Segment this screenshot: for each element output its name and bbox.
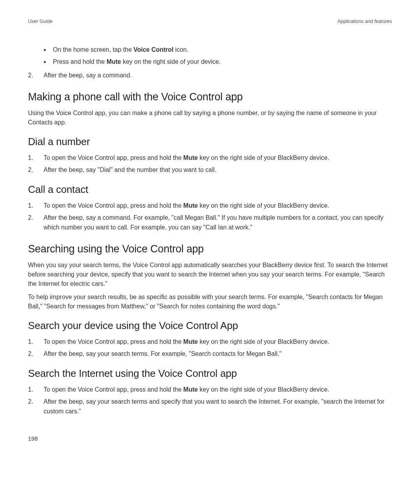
- list-item: 2. After the beep, say a command.: [28, 71, 392, 80]
- numbered-list: 1. To open the Voice Control app, press …: [28, 385, 392, 416]
- heading-call-a-contact: Call a contact: [28, 184, 392, 196]
- step-number: 2.: [28, 397, 44, 416]
- text-run: icon.: [173, 46, 188, 53]
- step-number: 1.: [28, 385, 44, 395]
- step-number: 1.: [28, 153, 44, 163]
- list-item: 2. After the beep, say your search terms…: [28, 397, 392, 416]
- numbered-list: 1. To open the Voice Control app, press …: [28, 153, 392, 175]
- heading-searching-using-voice-control: Searching using the Voice Control app: [28, 243, 392, 255]
- step-text: After the beep, say "Dial" and the numbe…: [44, 165, 392, 175]
- heading-search-the-internet: Search the Internet using the Voice Cont…: [28, 368, 392, 380]
- heading-search-your-device: Search your device using the Voice Contr…: [28, 320, 392, 332]
- text-run: To open the Voice Control app, press and…: [44, 202, 183, 209]
- step-text: After the beep, say your search terms. F…: [44, 349, 392, 359]
- bold-text: Mute: [183, 338, 198, 345]
- step-number: 2.: [28, 213, 44, 233]
- text-run: Press and hold the: [53, 58, 107, 65]
- step-number: 1.: [28, 201, 44, 211]
- step-number: 2.: [28, 349, 44, 359]
- text-run: key on the right side of your device.: [121, 58, 220, 65]
- list-item: 1. To open the Voice Control app, press …: [28, 337, 392, 347]
- list-item: 1. To open the Voice Control app, press …: [28, 153, 392, 163]
- text-run: key on the right side of your BlackBerry…: [198, 154, 329, 161]
- page-number: 198: [28, 435, 38, 442]
- paragraph: When you say your search terms, the Voic…: [28, 261, 392, 289]
- step-text: To open the Voice Control app, press and…: [44, 337, 392, 347]
- numbered-list: 1. To open the Voice Control app, press …: [28, 201, 392, 232]
- step-number: 2.: [28, 165, 44, 175]
- text-run: On the home screen, tap the: [53, 46, 133, 53]
- text-run: key on the right side of your BlackBerry…: [198, 338, 329, 345]
- bold-text: Mute: [107, 58, 121, 65]
- list-item: On the home screen, tap the Voice Contro…: [53, 45, 392, 55]
- list-item: 1. To open the Voice Control app, press …: [28, 201, 392, 211]
- list-item: 2. After the beep, say a command. For ex…: [28, 213, 392, 233]
- step-text: To open the Voice Control app, press and…: [44, 153, 392, 163]
- header-left: User Guide: [28, 19, 52, 24]
- step-text: To open the Voice Control app, press and…: [44, 201, 392, 211]
- step-text: After the beep, say a command. For examp…: [44, 213, 392, 233]
- step-number: 1.: [28, 337, 44, 347]
- numbered-list: 1. To open the Voice Control app, press …: [28, 337, 392, 359]
- heading-making-a-phone-call: Making a phone call with the Voice Contr…: [28, 91, 392, 103]
- page-header: User Guide Applications and features: [28, 19, 392, 24]
- paragraph: To help improve your search results, be …: [28, 292, 392, 311]
- top-bullet-list: On the home screen, tap the Voice Contro…: [53, 45, 392, 67]
- page-content: On the home screen, tap the Voice Contro…: [28, 45, 392, 416]
- numbered-list: 2. After the beep, say a command.: [28, 71, 392, 80]
- list-item: Press and hold the Mute key on the right…: [53, 57, 392, 67]
- step-number: 2.: [28, 71, 44, 80]
- step-text: To open the Voice Control app, press and…: [44, 385, 392, 395]
- bold-text: Mute: [183, 154, 198, 161]
- text-run: key on the right side of your BlackBerry…: [198, 202, 329, 209]
- header-right: Applications and features: [338, 19, 392, 24]
- bold-text: Voice Control: [133, 46, 173, 53]
- heading-dial-a-number: Dial a number: [28, 136, 392, 148]
- paragraph: Using the Voice Control app, you can mak…: [28, 108, 392, 127]
- text-run: To open the Voice Control app, press and…: [44, 154, 183, 161]
- list-item: 2. After the beep, say "Dial" and the nu…: [28, 165, 392, 175]
- text-run: key on the right side of your BlackBerry…: [198, 386, 329, 393]
- text-run: To open the Voice Control app, press and…: [44, 386, 183, 393]
- text-run: To open the Voice Control app, press and…: [44, 338, 183, 345]
- step-text: After the beep, say a command.: [44, 71, 392, 80]
- step-text: After the beep, say your search terms an…: [44, 397, 392, 416]
- list-item: 2. After the beep, say your search terms…: [28, 349, 392, 359]
- list-item: 1. To open the Voice Control app, press …: [28, 385, 392, 395]
- bold-text: Mute: [183, 202, 198, 209]
- bold-text: Mute: [183, 386, 198, 393]
